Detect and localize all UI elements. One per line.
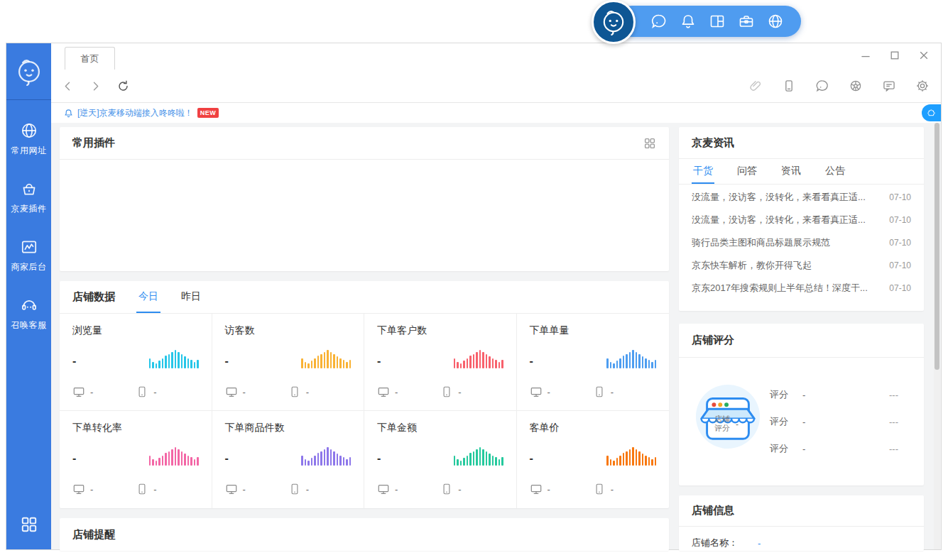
rating-row: 评分 - --- — [770, 440, 907, 457]
shop-info-panel: 店铺信息 店铺名称： - — [679, 495, 924, 551]
pc-value: - — [547, 484, 550, 495]
news-item[interactable]: 骑行品类主图和商品标题展示规范 07-10 — [679, 231, 924, 254]
monitor-icon — [225, 483, 238, 495]
content-area: 常用插件 店铺数据 今日 昨日 浏览量 - — [51, 123, 941, 549]
plugin-drawer-button[interactable] — [922, 104, 941, 121]
tab-home[interactable]: 首页 — [65, 47, 115, 70]
news-tab-info[interactable]: 资讯 — [780, 159, 802, 184]
panel-header: 京麦资讯 — [679, 127, 924, 159]
monitor-icon — [225, 385, 238, 398]
news-item-date: 07-10 — [889, 260, 911, 270]
stat-title: 访客数 — [225, 324, 352, 337]
sidebar-item-merchant-backend[interactable]: 商家后台 — [6, 238, 51, 296]
gear-icon[interactable] — [915, 79, 930, 93]
stat-title: 下单金额 — [377, 422, 503, 434]
mobile-value: - — [611, 387, 614, 397]
panel-title: 常用插件 — [72, 136, 115, 150]
stat-title: 客单价 — [530, 422, 657, 434]
panel-header: 店铺提醒 — [60, 518, 669, 551]
stat-card-conversion-rate: 下单转化率 - - - — [60, 411, 212, 508]
maximize-icon[interactable] — [889, 50, 900, 61]
scrollbar-thumb[interactable] — [935, 123, 939, 370]
news-item-title: 京东快车解析，教你开得飞起 — [692, 259, 812, 272]
rating-detail: --- — [889, 417, 907, 427]
news-item-title: 没流量，没访客，没转化，来看看真正适... — [692, 191, 866, 204]
pc-value: - — [395, 387, 398, 397]
rating-value: - — [802, 417, 805, 427]
mini-bar-chart — [301, 447, 351, 466]
sidebar-item-common-urls[interactable]: 常用网址 — [6, 121, 51, 180]
forward-icon[interactable] — [89, 79, 102, 93]
headset-icon — [20, 296, 38, 314]
jingmai-news-panel: 京麦资讯 干货 问答 资讯 公告 没流量，没访客，没转化，来看看真正适... 0… — [679, 127, 924, 311]
shop-name-row: 店铺名称： - — [679, 527, 924, 549]
mini-bar-chart — [606, 350, 656, 368]
news-item[interactable]: 京东2017年搜索规则上半年总结！深度干... 07-10 — [679, 277, 924, 300]
sidebar-logo[interactable] — [6, 43, 51, 100]
shop-name-value[interactable]: - — [758, 538, 761, 549]
news-tabs: 干货 问答 资讯 公告 — [679, 159, 924, 185]
app-window: 常用网址 京麦插件 商家后台 召唤客服 首页 — [6, 43, 942, 550]
window-main: 首页 [逆天]京 — [51, 43, 941, 549]
bell-icon — [63, 108, 74, 119]
close-icon[interactable] — [918, 50, 930, 61]
mobile-value: - — [306, 387, 309, 397]
sidebar-item-jingmai-plugins[interactable]: 京麦插件 — [6, 180, 51, 238]
mobile-icon — [288, 385, 301, 398]
comment-icon[interactable] — [882, 79, 896, 93]
chat-bubble-icon[interactable] — [815, 79, 829, 93]
stat-title: 下单单量 — [530, 324, 657, 337]
pc-value: - — [243, 387, 246, 397]
mini-bar-chart — [149, 350, 199, 368]
mobile-value: - — [458, 387, 461, 397]
robot-logo-button[interactable] — [592, 0, 636, 44]
stat-title: 浏览量 — [72, 324, 199, 337]
news-item-date: 07-10 — [889, 283, 911, 293]
chat-bubble-icon[interactable] — [650, 13, 668, 30]
toolbar-icons — [748, 79, 930, 93]
minimize-icon[interactable] — [860, 50, 871, 61]
panel-title: 店铺信息 — [692, 504, 734, 517]
layout-icon[interactable] — [709, 13, 726, 30]
mini-bar-chart — [149, 447, 199, 466]
bell-icon[interactable] — [680, 13, 697, 30]
stat-card-avg-order-value: 客单价 - - - — [517, 411, 670, 508]
stat-title: 下单转化率 — [72, 422, 199, 434]
refresh-icon[interactable] — [116, 79, 130, 93]
mobile-icon[interactable] — [782, 79, 796, 93]
stat-card-order-amount: 下单金额 - - - — [364, 411, 517, 508]
news-tab-qa[interactable]: 问答 — [736, 159, 758, 184]
stat-value: - — [377, 354, 381, 368]
stat-value: - — [225, 354, 229, 368]
news-tab-announcement[interactable]: 公告 — [824, 159, 846, 184]
news-item[interactable]: 没流量，没访客，没转化，来看看真正适... 07-10 — [679, 209, 924, 231]
sidebar-item-label: 常用网址 — [11, 145, 47, 157]
tab-yesterday[interactable]: 昨日 — [179, 281, 203, 313]
sidebar-item-label: 商家后台 — [11, 261, 47, 273]
news-tab-tips[interactable]: 干货 — [692, 159, 714, 184]
shop-illustration: 店铺 评分 - — [693, 380, 763, 450]
paperclip-icon[interactable] — [748, 79, 763, 93]
new-badge: NEW — [197, 108, 219, 118]
mini-bar-chart — [454, 350, 503, 368]
nav-bar — [51, 70, 941, 103]
globe-icon[interactable] — [767, 13, 784, 30]
news-list: 没流量，没访客，没转化，来看看真正适... 07-10 没流量，没访客，没转化，… — [679, 185, 924, 301]
grid-icon[interactable] — [20, 515, 38, 534]
back-icon[interactable] — [61, 79, 75, 93]
news-item[interactable]: 没流量，没访客，没转化，来看看真正适... 07-10 — [679, 186, 924, 209]
sidebar-item-customer-service[interactable]: 召唤客服 — [6, 296, 51, 354]
shop-rating-panel: 店铺评分 店铺 评分 - — [679, 324, 924, 485]
tab-today[interactable]: 今日 — [136, 281, 160, 313]
common-plugins-panel: 常用插件 — [60, 127, 669, 271]
rating-label: 评分 — [770, 415, 788, 428]
window-controls — [860, 50, 930, 61]
toolbox-icon[interactable] — [738, 13, 755, 30]
stat-title: 下单客户数 — [377, 324, 503, 337]
panel-header: 店铺信息 — [679, 495, 924, 527]
grid-icon[interactable] — [643, 137, 656, 150]
notice-text[interactable]: [逆天]京麦移动端接入咚咚啦！ — [77, 107, 193, 119]
news-item[interactable]: 京东快车解析，教你开得飞起 07-10 — [679, 254, 924, 277]
rating-rows: 评分 - --- 评分 - --- 评分 - --- — [770, 386, 907, 467]
wheel-icon[interactable] — [849, 79, 863, 93]
